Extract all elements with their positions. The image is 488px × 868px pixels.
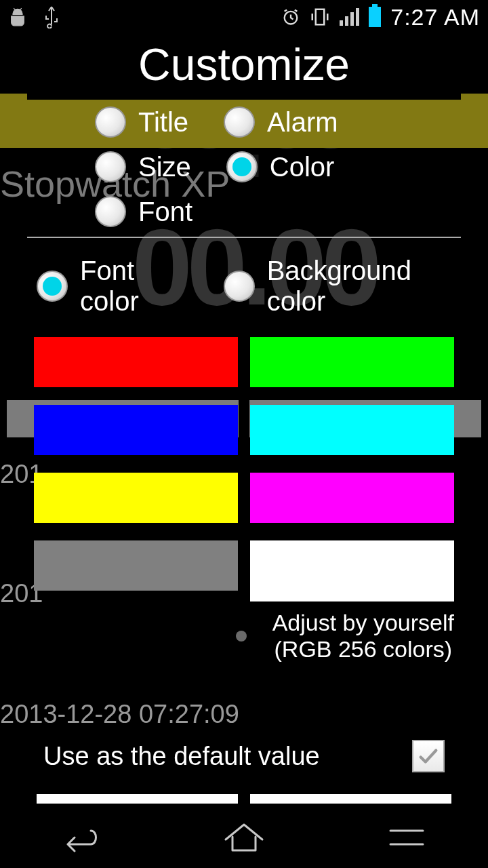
swatch-cyan[interactable] (250, 405, 454, 455)
radio-row-colortype: Font color Background color (27, 248, 461, 325)
status-bar: 7:27 AM (0, 0, 488, 34)
radio-font-color[interactable] (37, 271, 68, 302)
back-icon (56, 823, 107, 852)
radio-title[interactable] (95, 106, 126, 138)
customize-dialog: Customize Title Alarm Size Color Font Fo… (27, 37, 461, 804)
nav-home-button[interactable] (214, 817, 274, 858)
radio-alarm[interactable] (224, 106, 255, 138)
nav-menu-button[interactable] (376, 817, 437, 858)
check-icon (417, 745, 440, 768)
menu-icon (386, 824, 427, 851)
radio-row-attr: Size Color (27, 144, 461, 189)
android-debug-icon (8, 7, 27, 27)
vibrate-icon (310, 7, 330, 27)
radio-bg-color-label: Background color (267, 256, 461, 317)
radio-font[interactable] (95, 196, 126, 227)
radio-font-color-label: Font color (80, 256, 191, 317)
radio-size[interactable] (95, 151, 126, 182)
swatch-white[interactable] (250, 540, 454, 601)
dialog-title: Customize (27, 37, 461, 100)
alarm-icon (281, 7, 300, 27)
dialog-buttons (27, 779, 461, 804)
radio-font-label: Font (138, 197, 192, 227)
navigation-bar (0, 807, 488, 868)
swatch-blue[interactable] (34, 405, 238, 455)
adjust-label: Adjust by yourself (RGB 256 colors) (272, 610, 454, 663)
radio-color[interactable] (226, 151, 258, 182)
radio-title-label: Title (138, 107, 188, 138)
radio-color-label: Color (270, 152, 335, 182)
default-label: Use as the default value (43, 742, 320, 771)
radio-row-target: Title Alarm (27, 100, 461, 144)
status-time: 7:27 AM (390, 4, 480, 31)
swatch-gray[interactable] (34, 540, 238, 591)
adjust-row[interactable]: Adjust by yourself (RGB 256 colors) (27, 601, 461, 665)
dialog-button-left[interactable] (37, 794, 238, 804)
page-dot-icon (236, 631, 247, 642)
radio-size-label: Size (138, 152, 191, 182)
dialog-button-right[interactable] (250, 794, 451, 804)
radio-alarm-label: Alarm (267, 107, 338, 138)
signal-icon (340, 8, 359, 26)
color-grid (27, 325, 461, 601)
nav-back-button[interactable] (51, 817, 112, 858)
home-icon (220, 821, 268, 854)
radio-bg-color[interactable] (224, 271, 255, 302)
battery-icon (369, 7, 381, 27)
divider (27, 237, 461, 238)
swatch-yellow[interactable] (34, 473, 238, 523)
swatch-magenta[interactable] (250, 473, 454, 523)
radio-row-font: Font (27, 189, 461, 234)
default-checkbox[interactable] (412, 740, 445, 772)
svg-rect-1 (316, 9, 325, 25)
swatch-red[interactable] (34, 337, 238, 387)
default-row: Use as the default value (27, 719, 461, 779)
swatch-green[interactable] (250, 337, 454, 387)
usb-icon (43, 5, 60, 28)
